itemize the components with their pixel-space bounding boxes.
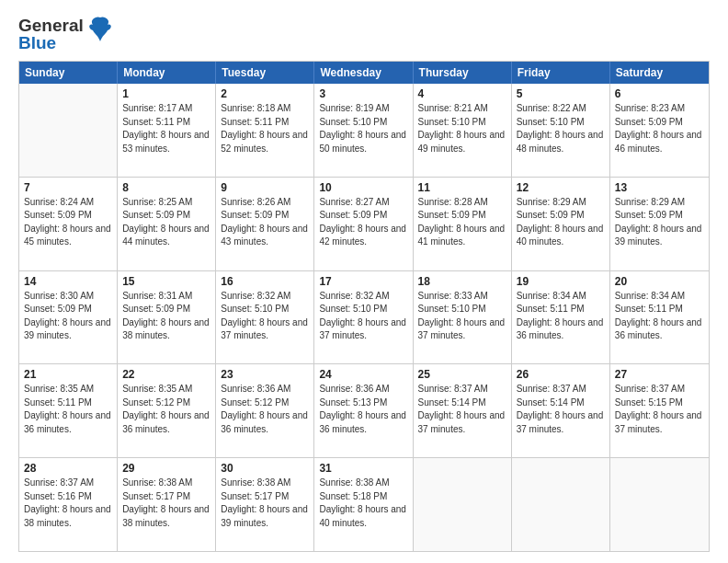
weekday-header-friday: Friday bbox=[512, 62, 610, 84]
day-number: 10 bbox=[319, 181, 407, 194]
day-number: 18 bbox=[418, 275, 506, 288]
calendar-day-25: 25Sunrise: 8:37 AMSunset: 5:14 PMDayligh… bbox=[414, 364, 512, 457]
calendar-day-4: 4Sunrise: 8:21 AMSunset: 5:10 PMDaylight… bbox=[414, 84, 512, 177]
calendar-day-5: 5Sunrise: 8:22 AMSunset: 5:10 PMDaylight… bbox=[512, 84, 610, 177]
weekday-header-saturday: Saturday bbox=[610, 62, 709, 84]
day-number: 16 bbox=[221, 275, 309, 288]
day-number: 21 bbox=[24, 368, 112, 381]
calendar-header: SundayMondayTuesdayWednesdayThursdayFrid… bbox=[19, 62, 709, 84]
weekday-header-monday: Monday bbox=[118, 62, 216, 84]
day-number: 4 bbox=[418, 87, 506, 100]
day-info: Sunrise: 8:35 AMSunset: 5:12 PMDaylight:… bbox=[122, 383, 210, 436]
calendar-week-3: 14Sunrise: 8:30 AMSunset: 5:09 PMDayligh… bbox=[19, 271, 709, 365]
day-number: 19 bbox=[517, 275, 605, 288]
day-info: Sunrise: 8:32 AMSunset: 5:10 PMDaylight:… bbox=[319, 290, 407, 343]
day-info: Sunrise: 8:25 AMSunset: 5:09 PMDaylight:… bbox=[122, 196, 210, 249]
calendar-day-20: 20Sunrise: 8:34 AMSunset: 5:11 PMDayligh… bbox=[610, 271, 709, 364]
calendar-day-29: 29Sunrise: 8:38 AMSunset: 5:17 PMDayligh… bbox=[118, 458, 216, 551]
calendar-day-27: 27Sunrise: 8:37 AMSunset: 5:15 PMDayligh… bbox=[610, 364, 709, 457]
day-number: 17 bbox=[319, 275, 407, 288]
day-number: 11 bbox=[418, 181, 506, 194]
calendar-day-22: 22Sunrise: 8:35 AMSunset: 5:12 PMDayligh… bbox=[118, 364, 216, 457]
day-number: 31 bbox=[319, 462, 407, 475]
calendar-day-empty bbox=[19, 84, 118, 177]
day-number: 9 bbox=[221, 181, 309, 194]
calendar-week-4: 21Sunrise: 8:35 AMSunset: 5:11 PMDayligh… bbox=[19, 364, 709, 458]
day-info: Sunrise: 8:38 AMSunset: 5:17 PMDaylight:… bbox=[122, 477, 210, 530]
day-info: Sunrise: 8:17 AMSunset: 5:11 PMDaylight:… bbox=[122, 102, 210, 155]
day-info: Sunrise: 8:36 AMSunset: 5:12 PMDaylight:… bbox=[221, 383, 309, 436]
day-info: Sunrise: 8:35 AMSunset: 5:11 PMDaylight:… bbox=[24, 383, 112, 436]
day-info: Sunrise: 8:24 AMSunset: 5:09 PMDaylight:… bbox=[24, 196, 112, 249]
day-info: Sunrise: 8:32 AMSunset: 5:10 PMDaylight:… bbox=[221, 290, 309, 343]
calendar-day-28: 28Sunrise: 8:37 AMSunset: 5:16 PMDayligh… bbox=[19, 458, 118, 551]
day-info: Sunrise: 8:38 AMSunset: 5:18 PMDaylight:… bbox=[319, 477, 407, 530]
day-number: 8 bbox=[122, 181, 210, 194]
calendar-day-24: 24Sunrise: 8:36 AMSunset: 5:13 PMDayligh… bbox=[314, 364, 413, 457]
day-number: 15 bbox=[122, 275, 210, 288]
calendar-day-9: 9Sunrise: 8:26 AMSunset: 5:09 PMDaylight… bbox=[216, 178, 314, 270]
day-info: Sunrise: 8:38 AMSunset: 5:17 PMDaylight:… bbox=[221, 477, 309, 530]
day-number: 14 bbox=[24, 275, 112, 288]
weekday-header-tuesday: Tuesday bbox=[216, 62, 314, 84]
day-info: Sunrise: 8:26 AMSunset: 5:09 PMDaylight:… bbox=[221, 196, 309, 249]
calendar-day-31: 31Sunrise: 8:38 AMSunset: 5:18 PMDayligh… bbox=[314, 458, 413, 551]
day-number: 7 bbox=[24, 181, 112, 194]
day-number: 22 bbox=[122, 368, 210, 381]
calendar-day-empty bbox=[512, 458, 610, 551]
calendar-day-7: 7Sunrise: 8:24 AMSunset: 5:09 PMDaylight… bbox=[19, 178, 118, 270]
calendar-day-6: 6Sunrise: 8:23 AMSunset: 5:09 PMDaylight… bbox=[610, 84, 709, 177]
calendar-day-17: 17Sunrise: 8:32 AMSunset: 5:10 PMDayligh… bbox=[314, 271, 413, 364]
day-info: Sunrise: 8:29 AMSunset: 5:09 PMDaylight:… bbox=[517, 196, 605, 249]
day-info: Sunrise: 8:34 AMSunset: 5:11 PMDaylight:… bbox=[615, 290, 704, 343]
day-info: Sunrise: 8:31 AMSunset: 5:09 PMDaylight:… bbox=[122, 290, 210, 343]
calendar: SundayMondayTuesdayWednesdayThursdayFrid… bbox=[18, 61, 710, 552]
day-info: Sunrise: 8:23 AMSunset: 5:09 PMDaylight:… bbox=[615, 102, 704, 155]
logo-bird-icon bbox=[87, 16, 113, 49]
day-info: Sunrise: 8:37 AMSunset: 5:15 PMDaylight:… bbox=[615, 383, 704, 436]
day-info: Sunrise: 8:33 AMSunset: 5:10 PMDaylight:… bbox=[418, 290, 506, 343]
logo-general: General bbox=[18, 17, 84, 34]
calendar-week-2: 7Sunrise: 8:24 AMSunset: 5:09 PMDaylight… bbox=[19, 178, 709, 271]
day-number: 6 bbox=[615, 87, 704, 100]
weekday-header-thursday: Thursday bbox=[414, 62, 512, 84]
day-number: 25 bbox=[418, 368, 506, 381]
day-info: Sunrise: 8:29 AMSunset: 5:09 PMDaylight:… bbox=[615, 196, 704, 249]
day-number: 26 bbox=[517, 368, 605, 381]
day-info: Sunrise: 8:36 AMSunset: 5:13 PMDaylight:… bbox=[319, 383, 407, 436]
day-info: Sunrise: 8:27 AMSunset: 5:09 PMDaylight:… bbox=[319, 196, 407, 249]
day-number: 5 bbox=[517, 87, 605, 100]
calendar-day-19: 19Sunrise: 8:34 AMSunset: 5:11 PMDayligh… bbox=[512, 271, 610, 364]
day-number: 23 bbox=[221, 368, 309, 381]
day-info: Sunrise: 8:30 AMSunset: 5:09 PMDaylight:… bbox=[24, 290, 112, 343]
calendar-day-11: 11Sunrise: 8:28 AMSunset: 5:09 PMDayligh… bbox=[414, 178, 512, 270]
calendar-day-14: 14Sunrise: 8:30 AMSunset: 5:09 PMDayligh… bbox=[19, 271, 118, 364]
day-info: Sunrise: 8:18 AMSunset: 5:11 PMDaylight:… bbox=[221, 102, 309, 155]
calendar-week-5: 28Sunrise: 8:37 AMSunset: 5:16 PMDayligh… bbox=[19, 458, 709, 551]
calendar-day-26: 26Sunrise: 8:37 AMSunset: 5:14 PMDayligh… bbox=[512, 364, 610, 457]
calendar-day-16: 16Sunrise: 8:32 AMSunset: 5:10 PMDayligh… bbox=[216, 271, 314, 364]
day-number: 30 bbox=[221, 462, 309, 475]
day-number: 13 bbox=[615, 181, 704, 194]
calendar-day-21: 21Sunrise: 8:35 AMSunset: 5:11 PMDayligh… bbox=[19, 364, 118, 457]
day-number: 24 bbox=[319, 368, 407, 381]
calendar-day-23: 23Sunrise: 8:36 AMSunset: 5:12 PMDayligh… bbox=[216, 364, 314, 457]
day-number: 1 bbox=[122, 87, 210, 100]
calendar-day-15: 15Sunrise: 8:31 AMSunset: 5:09 PMDayligh… bbox=[118, 271, 216, 364]
day-info: Sunrise: 8:37 AMSunset: 5:14 PMDaylight:… bbox=[418, 383, 506, 436]
day-number: 29 bbox=[122, 462, 210, 475]
day-info: Sunrise: 8:19 AMSunset: 5:10 PMDaylight:… bbox=[319, 102, 407, 155]
calendar-body: 1Sunrise: 8:17 AMSunset: 5:11 PMDaylight… bbox=[19, 84, 709, 551]
calendar-day-30: 30Sunrise: 8:38 AMSunset: 5:17 PMDayligh… bbox=[216, 458, 314, 551]
day-info: Sunrise: 8:21 AMSunset: 5:10 PMDaylight:… bbox=[418, 102, 506, 155]
day-number: 12 bbox=[517, 181, 605, 194]
calendar-day-10: 10Sunrise: 8:27 AMSunset: 5:09 PMDayligh… bbox=[314, 178, 413, 270]
day-number: 28 bbox=[24, 462, 112, 475]
day-number: 3 bbox=[319, 87, 407, 100]
calendar-day-13: 13Sunrise: 8:29 AMSunset: 5:09 PMDayligh… bbox=[610, 178, 709, 270]
day-info: Sunrise: 8:22 AMSunset: 5:10 PMDaylight:… bbox=[517, 102, 605, 155]
calendar-day-empty bbox=[610, 458, 709, 551]
calendar-day-3: 3Sunrise: 8:19 AMSunset: 5:10 PMDaylight… bbox=[314, 84, 413, 177]
day-info: Sunrise: 8:37 AMSunset: 5:14 PMDaylight:… bbox=[517, 383, 605, 436]
calendar-day-8: 8Sunrise: 8:25 AMSunset: 5:09 PMDaylight… bbox=[118, 178, 216, 270]
